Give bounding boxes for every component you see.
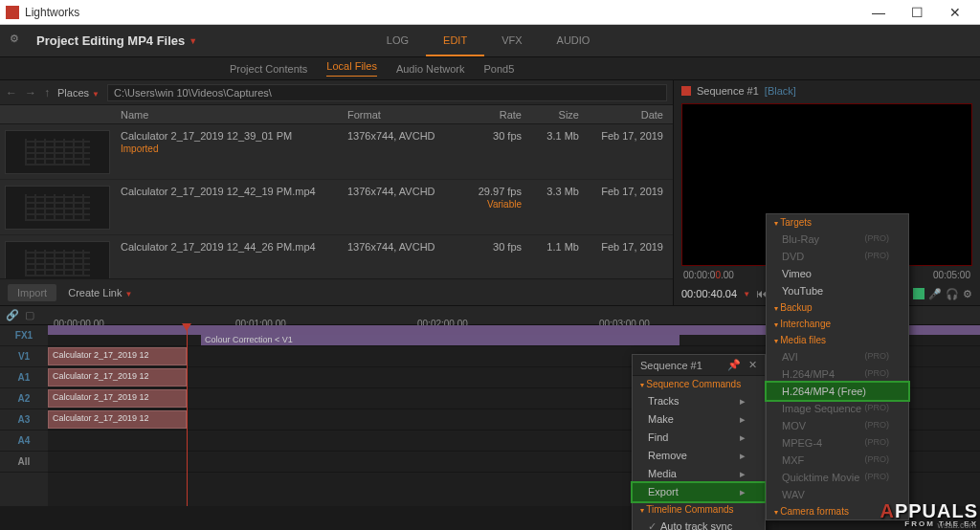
menu-item-remove[interactable]: Remove▸ (633, 447, 765, 465)
tab-vfx[interactable]: VFX (484, 26, 539, 56)
menu-item-tracks[interactable]: Tracks▸ (633, 392, 765, 410)
project-dropdown-icon[interactable]: ▼ (189, 36, 197, 46)
submenu-item: DVD(PRO) (767, 248, 908, 265)
menu-item-find[interactable]: Find▸ (633, 429, 765, 447)
menu-item-media[interactable]: Media▸ (633, 465, 765, 483)
submenu-item[interactable]: H.264/MP4 (Free) (767, 383, 908, 400)
content-tabs: Project Contents Local Files Audio Netwo… (0, 57, 980, 80)
submenu-item: Quicktime Movie(PRO) (767, 469, 908, 486)
submenu-item[interactable]: Vimeo (767, 265, 908, 282)
file-thumbnail (5, 130, 110, 174)
preview-time-start: 00:00:00.00 (683, 270, 734, 280)
track-label-a4[interactable]: A4 (0, 431, 48, 452)
submenu-item: Image Sequence(PRO) (767, 400, 908, 417)
tab-log[interactable]: LOG (369, 26, 426, 56)
col-rate[interactable]: Rate (462, 109, 529, 121)
clip[interactable]: Calculator 2_17_2019 12 (48, 368, 187, 386)
settings-icon[interactable]: ⚙ (963, 288, 972, 300)
menu-auto-track-sync[interactable]: ✓Auto track sync (633, 518, 765, 530)
places-dropdown[interactable]: Places ▼ (57, 87, 100, 99)
submenu-item: MOV(PRO) (767, 417, 908, 434)
file-row[interactable]: Calculator 2_17_2019 12_44_26 PM.mp4 137… (0, 235, 673, 278)
tab-local-files[interactable]: Local Files (326, 60, 377, 77)
nav-up-icon[interactable]: ↑ (44, 86, 50, 99)
file-browser: ← → ↑ Places ▼ C:\Users\win 10\Videos\Ca… (0, 80, 674, 305)
gear-icon[interactable]: ⚙ (10, 33, 27, 50)
app-logo-icon (6, 6, 19, 19)
file-name: Calculator 2_17_2019 12_39_01 PMImported (115, 130, 347, 154)
tab-audio[interactable]: AUDIO (540, 26, 608, 56)
menu-header: Sequence #1 📌 ✕ (633, 355, 765, 376)
submenu-item[interactable]: YouTube (767, 282, 908, 299)
app-header: ⚙ Project Editing MP4 Files ▼ LOG EDIT V… (0, 25, 980, 57)
tab-pond5[interactable]: Pond5 (483, 63, 514, 75)
file-format: 1376x744, AVCHD (347, 241, 462, 253)
close-button[interactable]: ✕ (936, 5, 974, 20)
create-link-button[interactable]: Create Link ▼ (68, 287, 132, 298)
menu-close-icon[interactable]: ✕ (748, 359, 757, 371)
path-input[interactable]: C:\Users\win 10\Videos\Captures\ (107, 84, 667, 101)
file-rate: 30 fps (462, 130, 529, 142)
timecode-dropdown-icon[interactable]: ▼ (743, 290, 750, 298)
maximize-button[interactable]: ☐ (898, 5, 936, 20)
menu-item-export[interactable]: Export▸ (633, 483, 765, 501)
file-size: 3.3 Mb (529, 186, 587, 197)
snap-icon[interactable]: ▢ (25, 309, 34, 321)
import-button[interactable]: Import (8, 284, 56, 301)
file-date: Feb 17, 2019 (587, 241, 673, 253)
file-thumbnail (5, 241, 110, 278)
file-date: Feb 17, 2019 (587, 130, 673, 142)
tab-project-contents[interactable]: Project Contents (230, 63, 307, 75)
file-size: 3.1 Mb (529, 130, 587, 142)
pin-icon[interactable]: 📌 (727, 359, 741, 371)
marker-green-icon[interactable] (913, 288, 924, 299)
playhead[interactable] (187, 325, 188, 506)
col-format[interactable]: Format (347, 109, 462, 121)
track-label-a1[interactable]: A1 (0, 367, 48, 388)
browser-navbar: ← → ↑ Places ▼ C:\Users\win 10\Videos\Ca… (0, 80, 673, 105)
col-size[interactable]: Size (529, 109, 587, 121)
track-label-all[interactable]: All (0, 452, 48, 473)
menu-item-make[interactable]: Make▸ (633, 410, 765, 429)
clip[interactable]: Calculator 2_17_2019 12 (48, 410, 187, 429)
tab-audio-network[interactable]: Audio Network (396, 63, 465, 75)
file-thumbnail (5, 186, 110, 230)
track-label-v1[interactable]: V1 (0, 346, 48, 367)
col-name[interactable]: Name (115, 109, 347, 121)
window-title: Lightworks (25, 6, 859, 19)
clip[interactable]: Calculator 2_17_2019 12 (48, 389, 187, 408)
main-tabs: LOG EDIT VFX AUDIO (369, 26, 608, 56)
nav-forward-icon[interactable]: → (25, 86, 36, 99)
submenu-section-targets: Targets (767, 214, 908, 231)
project-title[interactable]: Project Editing MP4 Files (36, 33, 185, 48)
sequence-context-menu: Sequence #1 📌 ✕ Sequence Commands Tracks… (632, 354, 766, 530)
record-indicator-icon (681, 86, 691, 96)
export-submenu: Targets Blu-Ray(PRO)DVD(PRO)VimeoYouTube… (766, 213, 909, 520)
minimize-button[interactable]: — (859, 5, 898, 20)
file-row[interactable]: Calculator 2_17_2019 12_39_01 PMImported… (0, 124, 673, 180)
sequence-name: Sequence #1 (697, 85, 759, 97)
track-label-a3[interactable]: A3 (0, 409, 48, 431)
tab-edit[interactable]: EDIT (426, 26, 484, 56)
submenu-item: MXF(PRO) (767, 452, 908, 469)
track-labels: FX1V1A1A2A3A4All (0, 325, 48, 506)
file-row[interactable]: Calculator 2_17_2019 12_42_19 PM.mp4 137… (0, 180, 673, 235)
fx-label: Colour Correction < V1 (201, 335, 679, 345)
headphones-icon[interactable]: 🎧 (946, 288, 959, 300)
nav-back-icon[interactable]: ← (6, 86, 17, 99)
submenu-section-media: Media files (767, 332, 908, 348)
submenu-section-backup[interactable]: Backup (767, 299, 908, 316)
mic-icon[interactable]: 🎤 (928, 288, 942, 300)
menu-section-timeline: Timeline Commands (633, 501, 765, 518)
clip[interactable]: Calculator 2_17_2019 12 (48, 347, 187, 365)
preview-header: Sequence #1 [Black] (674, 80, 980, 101)
preview-time-end: 00:05:00 (933, 270, 970, 280)
link-icon[interactable]: 🔗 (6, 309, 19, 321)
col-date[interactable]: Date (587, 109, 673, 121)
track-label-a2[interactable]: A2 (0, 388, 48, 409)
timecode-display: 00:00:40.04 (681, 288, 737, 299)
menu-section-sequence: Sequence Commands (633, 376, 765, 392)
file-format: 1376x744, AVCHD (347, 186, 462, 197)
submenu-section-interchange[interactable]: Interchange (767, 316, 908, 332)
track-label-fx1[interactable]: FX1 (0, 325, 48, 346)
